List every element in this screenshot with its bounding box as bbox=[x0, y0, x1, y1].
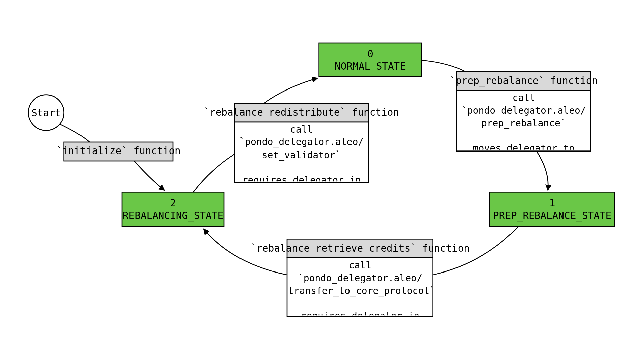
retrieve-credits-fn: `rebalance_retrieve_credits` function ca… bbox=[251, 239, 470, 317]
retrieve-l1: call `pondo_delegator.aleo/ bbox=[298, 260, 422, 284]
redistribute-l3: requires delegator in TERMINAL bbox=[242, 175, 361, 182]
state2-name: REBALANCING_STATE bbox=[123, 210, 223, 222]
retrieve-l2: transfer_to_core_protocol` bbox=[288, 286, 432, 296]
state0-name: NORMAL_STATE bbox=[335, 61, 406, 72]
redistribute-l1: call `pondo_delegator.aleo/ bbox=[239, 124, 364, 148]
edge-start-to-initialize bbox=[60, 124, 90, 142]
edge-initialize-to-state2 bbox=[134, 161, 165, 190]
start-label: Start bbox=[31, 107, 61, 119]
redistribute-l2: set_validator` bbox=[262, 149, 341, 160]
state1-num: 1 bbox=[549, 197, 555, 209]
initialize-fn: `initialize` function bbox=[56, 142, 181, 161]
retrieve-l3: requires delegator in `TERMINAL` bbox=[301, 311, 419, 315]
state2-num: 2 bbox=[170, 197, 176, 209]
initialize-header: `initialize` function bbox=[56, 145, 181, 157]
state-normal: 0 NORMAL_STATE bbox=[319, 43, 422, 77]
prep-l2: prep_rebalance` bbox=[481, 118, 566, 129]
prep-header: `prep_rebalance` function bbox=[450, 75, 598, 87]
edge-redistribute-to-state0 bbox=[264, 78, 318, 103]
edge-state0-to-prep bbox=[422, 60, 465, 71]
prep-l1: call `pondo_delegator.aleo/ bbox=[462, 93, 586, 116]
redistribute-header: `rebalance_redistribute` function bbox=[204, 107, 399, 118]
prep-rebalance-fn: `prep_rebalance` function call `pondo_de… bbox=[450, 71, 598, 151]
state-prep-rebalance: 1 PREP_REBALANCE_STATE bbox=[490, 192, 615, 226]
edge-state2-to-redistribute bbox=[193, 154, 234, 192]
state1-name: PREP_REBALANCE_STATE bbox=[493, 210, 611, 222]
prep-l3: moves delegator to UNBOND_ALLOWED bbox=[473, 143, 575, 150]
start-node: Start bbox=[28, 95, 64, 131]
retrieve-header: `rebalance_retrieve_credits` function bbox=[251, 243, 470, 254]
state-rebalancing: 2 REBALANCING_STATE bbox=[122, 192, 224, 226]
state-diagram: Start 0 NORMAL_STATE 1 PREP_REBALANCE_ST… bbox=[0, 0, 644, 362]
rebalance-redistribute-fn: `rebalance_redistribute` function call `… bbox=[204, 103, 399, 183]
state0-num: 0 bbox=[367, 48, 373, 60]
edge-prep-to-state1 bbox=[537, 151, 548, 190]
